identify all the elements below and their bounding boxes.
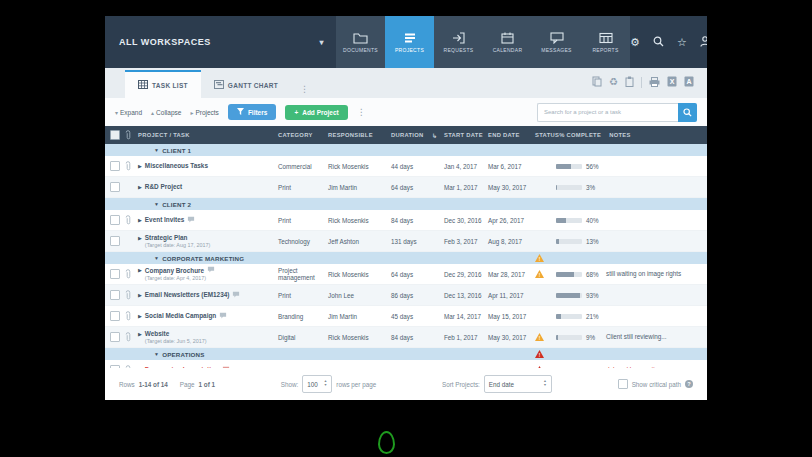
group-row[interactable]: ▼CORPORATE MARKETING!	[105, 252, 707, 264]
task-name[interactable]: Social Media Campaign	[145, 312, 227, 321]
search-button[interactable]	[678, 103, 697, 122]
add-project-button[interactable]: + Add Project	[285, 105, 347, 120]
filters-button[interactable]: Filters	[228, 104, 277, 120]
task-name[interactable]: R&D Project	[145, 183, 182, 191]
comment-bubble-icon[interactable]	[207, 266, 215, 275]
clipboard-icon[interactable]	[625, 73, 634, 91]
tab-overflow-kebab-icon[interactable]: ⋮	[291, 84, 318, 98]
task-name[interactable]: Website	[145, 330, 207, 338]
task-row[interactable]: ▶Event InvitesPrintRick Mosenkis84 daysD…	[105, 210, 707, 231]
nav-item-documents[interactable]: DOCUMENTS	[336, 16, 385, 68]
column-header-category[interactable]: CATEGORY	[278, 132, 328, 138]
task-name[interactable]: Email Newsletters (EM1234)	[145, 291, 241, 300]
expand-task-icon[interactable]: ▶	[138, 163, 142, 169]
nav-item-requests[interactable]: REQUESTS	[434, 16, 483, 68]
nav-item-projects[interactable]: PROJECTS	[385, 16, 434, 68]
row-checkbox[interactable]	[110, 290, 120, 300]
group-row[interactable]: ▼CLIENT 1	[105, 144, 707, 156]
task-row[interactable]: ▶Website(Target date: Jun 5, 2017)Digita…	[105, 327, 707, 348]
gear-icon[interactable]: ⚙	[630, 37, 640, 48]
page-label: Page	[180, 381, 195, 388]
svg-text:A: A	[686, 78, 691, 85]
group-row[interactable]: ▼OPERATIONS!	[105, 348, 707, 360]
nav-item-reports[interactable]: REPORTS	[581, 16, 630, 68]
percent-complete-cell: 9%	[556, 334, 606, 341]
task-name[interactable]: Event Invites	[145, 216, 195, 225]
collapse-link[interactable]: ▴ Collapse	[151, 109, 181, 116]
rows-per-page-select[interactable]: 100 ▲▼	[302, 375, 332, 393]
user-menu[interactable]: Rick ▾	[700, 36, 707, 48]
attachment-cell	[125, 269, 138, 280]
expand-task-icon[interactable]: ▶	[138, 331, 142, 337]
column-header-start-date[interactable]: START DATE	[444, 132, 488, 138]
task-row[interactable]: ▶Process implementationTechnologyHoward …	[105, 360, 707, 368]
column-header-status[interactable]: STATUS	[535, 132, 559, 138]
projects-link[interactable]: ▸ Projects	[190, 109, 219, 116]
row-checkbox[interactable]	[110, 161, 120, 171]
row-checkbox[interactable]	[110, 182, 120, 192]
collapse-group-icon[interactable]: ▼	[154, 201, 159, 207]
expand-link[interactable]: ▾ Expand	[115, 109, 142, 116]
comment-bubble-icon[interactable]	[187, 216, 195, 225]
expand-task-icon[interactable]: ▶	[138, 313, 142, 319]
nav-item-calendar[interactable]: CALENDAR	[483, 16, 532, 68]
copy-icon[interactable]	[592, 73, 602, 91]
task-row[interactable]: ▶R&D ProjectPrintJim Martin64 daysMar 1,…	[105, 177, 707, 198]
toolbar-kebab-icon[interactable]: ⋮	[357, 107, 366, 117]
column-header-project[interactable]: PROJECT / TASK	[138, 132, 278, 138]
task-row[interactable]: ▶Miscellaneous TasksCommercialRick Mosen…	[105, 156, 707, 177]
column-header-duration[interactable]: DURATION	[391, 132, 432, 138]
expand-task-icon[interactable]: ▶	[138, 235, 142, 241]
task-name[interactable]: Miscellaneous Tasks	[145, 162, 208, 170]
row-checkbox[interactable]	[110, 215, 120, 225]
collapse-arrow-icon: ▴	[151, 109, 154, 116]
excel-export-icon[interactable]: X	[667, 73, 677, 91]
help-icon[interactable]: ?	[685, 380, 693, 388]
group-row[interactable]: ▼CLIENT 2	[105, 198, 707, 210]
row-checkbox[interactable]	[110, 269, 120, 279]
tab-task-list[interactable]: TASK LIST	[125, 70, 201, 98]
collapse-group-icon[interactable]: ▼	[154, 147, 159, 153]
column-header-notes[interactable]: NOTES	[609, 132, 707, 139]
search-icon	[683, 103, 692, 121]
recycle-icon[interactable]: ♻	[609, 77, 618, 87]
collapse-label: Collapse	[156, 109, 181, 116]
task-name[interactable]: Strategic Plan	[145, 234, 210, 242]
column-header-responsible[interactable]: RESPONSIBLE	[328, 132, 391, 138]
comment-bubble-icon[interactable]	[219, 312, 227, 321]
workspace-selector[interactable]: ALL WORKSPACES ▾	[105, 16, 336, 68]
pdf-export-icon[interactable]: A	[684, 73, 694, 91]
task-row[interactable]: ▶Company Brochure(Target date: Apr 4, 20…	[105, 264, 707, 285]
tab-gantt-chart[interactable]: GANTT CHART	[201, 72, 291, 98]
task-row[interactable]: ▶Social Media CampaignBrandingJim Martin…	[105, 306, 707, 327]
search-input[interactable]	[537, 103, 678, 122]
percent-label: 13%	[586, 238, 599, 245]
star-icon[interactable]: ☆	[677, 37, 687, 48]
expand-task-icon[interactable]: ▶	[138, 184, 142, 190]
row-checkbox[interactable]	[110, 311, 120, 321]
column-header-complete[interactable]: % COMPLETE	[559, 132, 609, 138]
search-icon[interactable]	[653, 36, 664, 48]
collapse-group-icon[interactable]: ▼	[154, 255, 159, 261]
duration-cell: 86 days	[391, 292, 432, 299]
task-name[interactable]: Company Brochure	[145, 266, 215, 275]
comment-bubble-icon[interactable]	[232, 291, 240, 300]
expand-task-icon[interactable]: ▶	[138, 292, 142, 298]
expand-task-icon[interactable]: ▶	[138, 267, 142, 273]
task-name-text: R&D Project	[145, 183, 182, 191]
expand-task-icon[interactable]: ▶	[138, 217, 142, 223]
select-all-checkbox[interactable]	[110, 130, 120, 140]
task-row[interactable]: ▶Strategic Plan(Target date: Aug 17, 201…	[105, 231, 707, 252]
group-name: CLIENT 2	[162, 201, 191, 208]
print-icon[interactable]	[649, 73, 660, 91]
column-header-end-date[interactable]: END DATE	[488, 132, 535, 138]
row-checkbox[interactable]	[110, 236, 120, 246]
critical-path-checkbox[interactable]	[618, 379, 628, 389]
sort-select[interactable]: End date ▲▼	[484, 375, 552, 393]
nav-item-messages[interactable]: MESSAGES	[532, 16, 581, 68]
task-row[interactable]: ▶Email Newsletters (EM1234)PrintJohn Lee…	[105, 285, 707, 306]
divider	[641, 77, 642, 88]
collapse-group-icon[interactable]: ▼	[154, 351, 159, 357]
group-name-cell: ▼CLIENT 2	[138, 201, 278, 208]
row-checkbox[interactable]	[110, 332, 120, 342]
